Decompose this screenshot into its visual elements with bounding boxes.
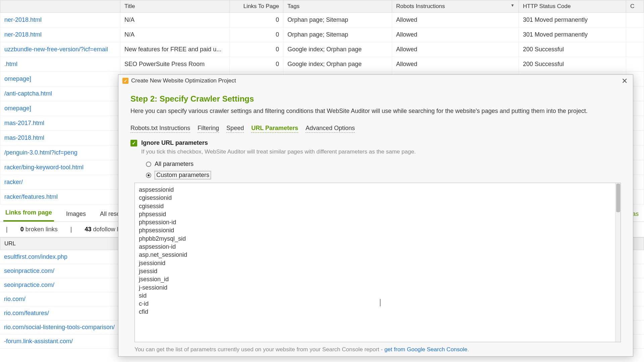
cell-tags: Google index; Orphan page <box>283 57 392 72</box>
dialog-title: Create New Website Optimization Project <box>131 77 236 84</box>
cell-extra <box>626 27 644 42</box>
cell-tags: Google index; Orphan page <box>283 42 392 57</box>
cell-robots: Allowed <box>392 27 519 42</box>
stat: | <box>70 226 72 233</box>
table-row[interactable]: ner-2018.htmlN/A0Orphan page; SitemapAll… <box>0 13 644 27</box>
radio-custom-parameters-label: Custom parameters <box>155 171 211 179</box>
cell-page[interactable]: ner-2018.html <box>0 13 120 27</box>
tab-links-from-page[interactable]: Links from page <box>3 205 54 222</box>
tab-speed[interactable]: Speed <box>226 125 244 133</box>
get-from-search-console-link[interactable]: get from Google Search Console <box>384 346 468 353</box>
cell-page[interactable]: racker/features.html <box>0 190 120 204</box>
new-project-dialog: ✓ Create New Website Optimization Projec… <box>118 74 633 357</box>
cell-page[interactable]: racker/bing-keyword-tool.html <box>0 160 120 175</box>
cell-title: SEO PowerSuite Press Room <box>120 57 230 72</box>
cell-page[interactable]: .html <box>0 57 120 72</box>
col-links-to[interactable]: Links To Page <box>230 0 283 13</box>
dialog-titlebar[interactable]: ✓ Create New Website Optimization Projec… <box>118 75 633 87</box>
col-tags[interactable]: Tags <box>283 0 392 13</box>
cell-robots: Allowed <box>392 13 519 27</box>
col-robots[interactable]: Robots Instructions▼ <box>392 0 519 13</box>
sort-desc-icon: ▼ <box>511 3 515 8</box>
scrollbar[interactable] <box>615 183 621 342</box>
cell-page[interactable]: omepage] <box>0 72 120 86</box>
tab-images[interactable]: Images <box>64 206 88 222</box>
col-page[interactable] <box>0 0 120 13</box>
col-extra[interactable]: C <box>626 0 644 13</box>
ignore-url-params-checkbox[interactable]: ✓ <box>130 140 137 146</box>
cell-page[interactable]: mas-2018.html <box>0 131 120 145</box>
close-icon[interactable]: ✕ <box>620 77 630 85</box>
search-console-hint: You can get the list of parametrs curren… <box>135 346 621 353</box>
text-cursor-icon <box>380 299 380 306</box>
cell-page[interactable]: racker/ <box>0 175 120 190</box>
cell-extra <box>626 42 644 57</box>
cell-links-to: 0 <box>230 42 283 57</box>
ignore-url-params-hint: If you tick this checkbox, WebSite Audit… <box>141 148 621 155</box>
cell-page[interactable]: omepage] <box>0 101 120 116</box>
radio-all-parameters-label: All parameters <box>155 161 194 168</box>
radio-all-parameters[interactable] <box>146 162 151 167</box>
cell-http: 301 Moved permanently <box>519 27 626 42</box>
cell-http: 301 Moved permanently <box>519 13 626 27</box>
cell-tags: Orphan page; Sitemap <box>283 27 392 42</box>
tab-url-parameters[interactable]: URL Parameters <box>251 125 298 133</box>
scrollbar-thumb[interactable] <box>616 184 620 212</box>
cell-title: New features for FREE and paid u... <box>120 42 230 57</box>
col-http[interactable]: HTTP Status Code <box>519 0 626 13</box>
stat: | <box>6 226 8 233</box>
custom-parameters-field[interactable]: aspsessionid cgisessionid cgisessid phps… <box>135 183 621 342</box>
cell-title: N/A <box>120 27 230 42</box>
cell-extra <box>626 57 644 72</box>
cell-links-to: 0 <box>230 13 283 27</box>
tab-filtering[interactable]: Filtering <box>198 125 219 133</box>
cell-page[interactable]: uzzbundle-new-free-version/?icf=email <box>0 42 120 57</box>
cell-links-to: 0 <box>230 57 283 72</box>
cell-page[interactable]: /anti-captcha.html <box>0 86 120 101</box>
custom-parameters-textarea[interactable]: aspsessionid cgisessionid cgisessid phps… <box>135 183 615 342</box>
step-title: Step 2: Specify Crawler Settings <box>130 94 621 104</box>
cell-http: 200 Successful <box>519 42 626 57</box>
cell-robots: Allowed <box>392 57 519 72</box>
cell-title: N/A <box>120 13 230 27</box>
ignore-url-params-label: Ignore URL parameters <box>141 139 208 146</box>
table-row[interactable]: ner-2018.htmlN/A0Orphan page; SitemapAll… <box>0 27 644 42</box>
cell-http: 200 Successful <box>519 57 626 72</box>
cell-robots: Allowed <box>392 42 519 57</box>
table-row[interactable]: .htmlSEO PowerSuite Press Room0Google in… <box>0 57 644 72</box>
broken-links-stat: 0 broken links <box>20 226 58 233</box>
table-row[interactable]: uzzbundle-new-free-version/?icf=emailNew… <box>0 42 644 57</box>
cell-extra <box>626 13 644 27</box>
cell-tags: Orphan page; Sitemap <box>283 13 392 27</box>
radio-custom-parameters[interactable] <box>146 173 151 178</box>
cell-page[interactable]: ner-2018.html <box>0 27 120 42</box>
tab-advanced-options[interactable]: Advanced Options <box>306 125 355 133</box>
app-icon: ✓ <box>122 78 128 84</box>
step-description: Here you can specify various crawler set… <box>130 108 621 115</box>
col-title[interactable]: Title <box>120 0 230 13</box>
cell-page[interactable]: /penguin-3.0.html?icf=peng <box>0 145 120 160</box>
crawler-settings-tabs: Robots.txt Instructions Filtering Speed … <box>130 125 621 133</box>
tab-robots-txt[interactable]: Robots.txt Instructions <box>130 125 190 133</box>
cell-page[interactable]: mas-2017.html <box>0 116 120 131</box>
cell-links-to: 0 <box>230 27 283 42</box>
